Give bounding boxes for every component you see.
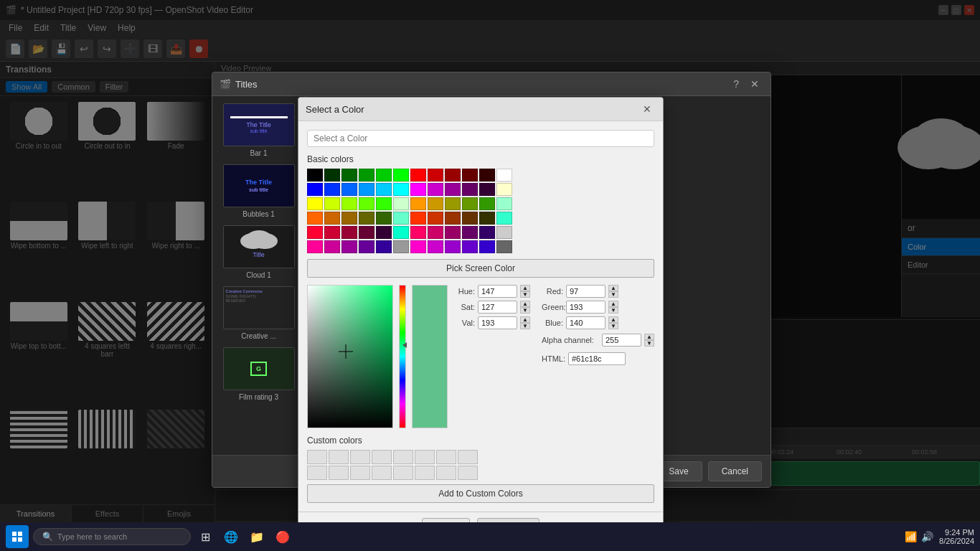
basic-color-swatch[interactable] — [479, 226, 495, 239]
red-spin-up[interactable]: ▲ — [608, 285, 618, 291]
basic-color-swatch[interactable] — [496, 197, 512, 210]
basic-color-swatch[interactable] — [479, 197, 495, 210]
basic-color-swatch[interactable] — [462, 169, 478, 182]
green-spin-down[interactable]: ▼ — [608, 307, 618, 314]
basic-color-swatch[interactable] — [359, 240, 374, 253]
basic-color-swatch[interactable] — [307, 226, 323, 239]
basic-color-swatch[interactable] — [393, 169, 409, 182]
basic-color-swatch[interactable] — [341, 226, 357, 239]
basic-color-swatch[interactable] — [428, 197, 443, 210]
basic-color-swatch[interactable] — [393, 212, 409, 225]
custom-swatch-7[interactable] — [436, 450, 456, 464]
basic-color-swatch[interactable] — [445, 212, 461, 225]
basic-color-swatch[interactable] — [307, 212, 323, 225]
alpha-input[interactable] — [602, 334, 641, 347]
add-custom-colors-button[interactable]: Add to Custom Colors — [307, 484, 654, 503]
basic-color-swatch[interactable] — [428, 169, 443, 182]
val-spin-up[interactable]: ▲ — [520, 316, 530, 323]
basic-color-swatch[interactable] — [462, 240, 478, 253]
html-input[interactable] — [568, 352, 626, 365]
hue-spin-up[interactable]: ▲ — [520, 285, 530, 291]
green-spin-up[interactable]: ▲ — [608, 301, 618, 307]
custom-swatch-8[interactable] — [458, 450, 478, 464]
val-input[interactable] — [478, 316, 517, 329]
basic-color-swatch[interactable] — [341, 212, 357, 225]
red-input[interactable] — [566, 285, 606, 298]
basic-color-swatch[interactable] — [428, 212, 443, 225]
basic-color-swatch[interactable] — [479, 169, 495, 182]
basic-color-swatch[interactable] — [445, 226, 461, 239]
taskbar-taskview[interactable]: ⊞ — [195, 527, 215, 547]
template-cloud1[interactable]: Title Cloud 1 — [218, 225, 299, 279]
basic-color-swatch[interactable] — [410, 212, 426, 225]
custom-swatch-3[interactable] — [350, 450, 370, 464]
blue-spin-down[interactable]: ▼ — [608, 323, 618, 329]
titles-close-button[interactable]: ✕ — [746, 77, 763, 91]
taskbar-edge[interactable]: 🌐 — [221, 527, 241, 547]
start-button[interactable] — [6, 525, 29, 548]
basic-color-swatch[interactable] — [393, 226, 409, 239]
basic-color-swatch[interactable] — [462, 197, 478, 210]
basic-color-swatch[interactable] — [376, 240, 392, 253]
basic-color-swatch[interactable] — [324, 169, 340, 182]
basic-color-swatch[interactable] — [428, 183, 443, 196]
basic-color-swatch[interactable] — [324, 197, 340, 210]
green-input[interactable] — [566, 301, 606, 314]
custom-swatch-6[interactable] — [415, 450, 435, 464]
template-bar1[interactable]: The Title sub title Bar 1 — [218, 103, 299, 157]
basic-color-swatch[interactable] — [393, 183, 409, 196]
sat-spin-up[interactable]: ▲ — [520, 301, 530, 307]
basic-color-swatch[interactable] — [376, 169, 392, 182]
custom-swatch-9[interactable] — [307, 466, 327, 480]
custom-swatch-10[interactable] — [329, 466, 349, 480]
red-spin-down[interactable]: ▼ — [608, 291, 618, 298]
basic-color-swatch[interactable] — [479, 212, 495, 225]
custom-swatch-4[interactable] — [372, 450, 392, 464]
basic-color-swatch[interactable] — [307, 169, 323, 182]
basic-color-swatch[interactable] — [445, 240, 461, 253]
basic-color-swatch[interactable] — [496, 226, 512, 239]
color-gradient-box[interactable] — [307, 285, 393, 428]
basic-color-swatch[interactable] — [307, 240, 323, 253]
basic-color-swatch[interactable] — [307, 183, 323, 196]
basic-color-swatch[interactable] — [479, 183, 495, 196]
search-bar[interactable]: 🔍 Type here to search — [33, 528, 191, 545]
custom-swatch-5[interactable] — [393, 450, 413, 464]
basic-color-swatch[interactable] — [341, 183, 357, 196]
color-search-input[interactable] — [307, 130, 654, 147]
taskbar-chrome[interactable]: 🔴 — [273, 527, 293, 547]
alpha-spin-up[interactable]: ▲ — [644, 334, 654, 340]
basic-color-swatch[interactable] — [324, 240, 340, 253]
template-filmrating3[interactable]: G Film rating 3 — [218, 347, 299, 401]
basic-color-swatch[interactable] — [445, 169, 461, 182]
taskbar-explorer[interactable]: 📁 — [247, 527, 267, 547]
hue-input[interactable] — [478, 285, 517, 298]
basic-color-swatch[interactable] — [462, 212, 478, 225]
basic-color-swatch[interactable] — [410, 226, 426, 239]
custom-swatch-12[interactable] — [372, 466, 392, 480]
custom-swatch-11[interactable] — [350, 466, 370, 480]
hue-strip[interactable] — [399, 285, 406, 428]
basic-color-swatch[interactable] — [324, 226, 340, 239]
custom-swatch-2[interactable] — [329, 450, 349, 464]
basic-color-swatch[interactable] — [496, 240, 512, 253]
basic-color-swatch[interactable] — [479, 240, 495, 253]
basic-color-swatch[interactable] — [462, 226, 478, 239]
basic-color-swatch[interactable] — [324, 183, 340, 196]
titles-cancel-button[interactable]: Cancel — [708, 461, 762, 481]
pick-screen-button[interactable]: Pick Screen Color — [307, 259, 654, 278]
basic-color-swatch[interactable] — [445, 197, 461, 210]
template-bubbles1[interactable]: The Titlesub title Bubbles 1 — [218, 164, 299, 218]
basic-color-swatch[interactable] — [359, 183, 374, 196]
blue-spin-up[interactable]: ▲ — [608, 316, 618, 323]
basic-color-swatch[interactable] — [341, 240, 357, 253]
basic-color-swatch[interactable] — [410, 240, 426, 253]
custom-swatch-16[interactable] — [458, 466, 478, 480]
hue-spin-down[interactable]: ▼ — [520, 291, 530, 298]
basic-color-swatch[interactable] — [496, 183, 512, 196]
basic-color-swatch[interactable] — [496, 169, 512, 182]
titles-help-button[interactable]: ? — [729, 77, 743, 91]
basic-color-swatch[interactable] — [376, 212, 392, 225]
basic-color-swatch[interactable] — [324, 212, 340, 225]
custom-swatch-1[interactable] — [307, 450, 327, 464]
